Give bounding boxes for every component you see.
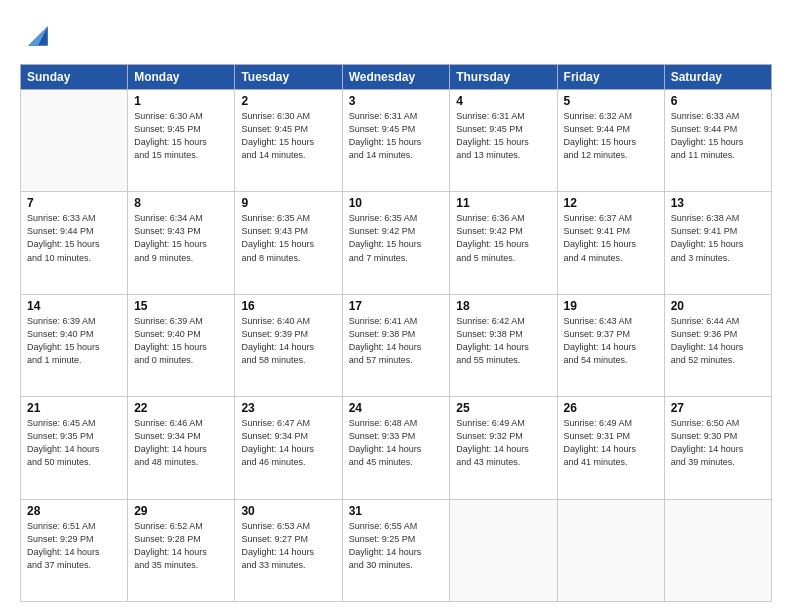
day-cell <box>557 499 664 601</box>
page: SundayMondayTuesdayWednesdayThursdayFrid… <box>0 0 792 612</box>
day-info: Sunrise: 6:48 AM Sunset: 9:33 PM Dayligh… <box>349 417 444 469</box>
day-number: 18 <box>456 299 550 313</box>
day-number: 27 <box>671 401 765 415</box>
day-cell: 15Sunrise: 6:39 AM Sunset: 9:40 PM Dayli… <box>128 294 235 396</box>
day-cell: 2Sunrise: 6:30 AM Sunset: 9:45 PM Daylig… <box>235 90 342 192</box>
day-number: 26 <box>564 401 658 415</box>
day-cell: 19Sunrise: 6:43 AM Sunset: 9:37 PM Dayli… <box>557 294 664 396</box>
day-cell <box>664 499 771 601</box>
day-number: 29 <box>134 504 228 518</box>
day-number: 6 <box>671 94 765 108</box>
day-cell: 3Sunrise: 6:31 AM Sunset: 9:45 PM Daylig… <box>342 90 450 192</box>
day-cell: 31Sunrise: 6:55 AM Sunset: 9:25 PM Dayli… <box>342 499 450 601</box>
week-row-2: 14Sunrise: 6:39 AM Sunset: 9:40 PM Dayli… <box>21 294 772 396</box>
day-number: 23 <box>241 401 335 415</box>
day-info: Sunrise: 6:39 AM Sunset: 9:40 PM Dayligh… <box>27 315 121 367</box>
day-header-sunday: Sunday <box>21 65 128 90</box>
day-info: Sunrise: 6:47 AM Sunset: 9:34 PM Dayligh… <box>241 417 335 469</box>
day-info: Sunrise: 6:46 AM Sunset: 9:34 PM Dayligh… <box>134 417 228 469</box>
calendar-body: 1Sunrise: 6:30 AM Sunset: 9:45 PM Daylig… <box>21 90 772 602</box>
day-cell: 23Sunrise: 6:47 AM Sunset: 9:34 PM Dayli… <box>235 397 342 499</box>
day-cell: 13Sunrise: 6:38 AM Sunset: 9:41 PM Dayli… <box>664 192 771 294</box>
day-cell: 27Sunrise: 6:50 AM Sunset: 9:30 PM Dayli… <box>664 397 771 499</box>
day-number: 14 <box>27 299 121 313</box>
day-header-monday: Monday <box>128 65 235 90</box>
day-number: 13 <box>671 196 765 210</box>
day-number: 21 <box>27 401 121 415</box>
day-info: Sunrise: 6:32 AM Sunset: 9:44 PM Dayligh… <box>564 110 658 162</box>
week-row-3: 21Sunrise: 6:45 AM Sunset: 9:35 PM Dayli… <box>21 397 772 499</box>
day-cell: 7Sunrise: 6:33 AM Sunset: 9:44 PM Daylig… <box>21 192 128 294</box>
logo <box>20 18 62 54</box>
day-number: 9 <box>241 196 335 210</box>
day-cell: 24Sunrise: 6:48 AM Sunset: 9:33 PM Dayli… <box>342 397 450 499</box>
day-number: 20 <box>671 299 765 313</box>
day-info: Sunrise: 6:38 AM Sunset: 9:41 PM Dayligh… <box>671 212 765 264</box>
day-cell: 20Sunrise: 6:44 AM Sunset: 9:36 PM Dayli… <box>664 294 771 396</box>
logo-icon <box>20 18 56 54</box>
day-number: 4 <box>456 94 550 108</box>
day-cell: 22Sunrise: 6:46 AM Sunset: 9:34 PM Dayli… <box>128 397 235 499</box>
day-info: Sunrise: 6:30 AM Sunset: 9:45 PM Dayligh… <box>134 110 228 162</box>
day-number: 28 <box>27 504 121 518</box>
day-cell: 17Sunrise: 6:41 AM Sunset: 9:38 PM Dayli… <box>342 294 450 396</box>
day-info: Sunrise: 6:35 AM Sunset: 9:42 PM Dayligh… <box>349 212 444 264</box>
day-cell <box>21 90 128 192</box>
day-info: Sunrise: 6:33 AM Sunset: 9:44 PM Dayligh… <box>27 212 121 264</box>
calendar-header: SundayMondayTuesdayWednesdayThursdayFrid… <box>21 65 772 90</box>
day-header-friday: Friday <box>557 65 664 90</box>
day-number: 10 <box>349 196 444 210</box>
day-number: 24 <box>349 401 444 415</box>
day-info: Sunrise: 6:53 AM Sunset: 9:27 PM Dayligh… <box>241 520 335 572</box>
day-number: 30 <box>241 504 335 518</box>
day-number: 3 <box>349 94 444 108</box>
day-number: 7 <box>27 196 121 210</box>
day-cell: 10Sunrise: 6:35 AM Sunset: 9:42 PM Dayli… <box>342 192 450 294</box>
week-row-1: 7Sunrise: 6:33 AM Sunset: 9:44 PM Daylig… <box>21 192 772 294</box>
day-info: Sunrise: 6:43 AM Sunset: 9:37 PM Dayligh… <box>564 315 658 367</box>
day-cell <box>450 499 557 601</box>
day-cell: 30Sunrise: 6:53 AM Sunset: 9:27 PM Dayli… <box>235 499 342 601</box>
week-row-4: 28Sunrise: 6:51 AM Sunset: 9:29 PM Dayli… <box>21 499 772 601</box>
week-row-0: 1Sunrise: 6:30 AM Sunset: 9:45 PM Daylig… <box>21 90 772 192</box>
day-header-wednesday: Wednesday <box>342 65 450 90</box>
day-number: 15 <box>134 299 228 313</box>
day-info: Sunrise: 6:52 AM Sunset: 9:28 PM Dayligh… <box>134 520 228 572</box>
day-info: Sunrise: 6:55 AM Sunset: 9:25 PM Dayligh… <box>349 520 444 572</box>
header <box>20 18 772 54</box>
day-info: Sunrise: 6:51 AM Sunset: 9:29 PM Dayligh… <box>27 520 121 572</box>
day-info: Sunrise: 6:31 AM Sunset: 9:45 PM Dayligh… <box>456 110 550 162</box>
day-info: Sunrise: 6:45 AM Sunset: 9:35 PM Dayligh… <box>27 417 121 469</box>
day-cell: 8Sunrise: 6:34 AM Sunset: 9:43 PM Daylig… <box>128 192 235 294</box>
day-cell: 11Sunrise: 6:36 AM Sunset: 9:42 PM Dayli… <box>450 192 557 294</box>
day-cell: 4Sunrise: 6:31 AM Sunset: 9:45 PM Daylig… <box>450 90 557 192</box>
day-info: Sunrise: 6:30 AM Sunset: 9:45 PM Dayligh… <box>241 110 335 162</box>
day-number: 22 <box>134 401 228 415</box>
day-info: Sunrise: 6:44 AM Sunset: 9:36 PM Dayligh… <box>671 315 765 367</box>
day-number: 2 <box>241 94 335 108</box>
day-cell: 29Sunrise: 6:52 AM Sunset: 9:28 PM Dayli… <box>128 499 235 601</box>
day-info: Sunrise: 6:37 AM Sunset: 9:41 PM Dayligh… <box>564 212 658 264</box>
day-number: 25 <box>456 401 550 415</box>
day-cell: 21Sunrise: 6:45 AM Sunset: 9:35 PM Dayli… <box>21 397 128 499</box>
day-number: 11 <box>456 196 550 210</box>
day-header-tuesday: Tuesday <box>235 65 342 90</box>
day-info: Sunrise: 6:36 AM Sunset: 9:42 PM Dayligh… <box>456 212 550 264</box>
day-number: 31 <box>349 504 444 518</box>
day-info: Sunrise: 6:34 AM Sunset: 9:43 PM Dayligh… <box>134 212 228 264</box>
day-number: 19 <box>564 299 658 313</box>
day-info: Sunrise: 6:49 AM Sunset: 9:31 PM Dayligh… <box>564 417 658 469</box>
day-info: Sunrise: 6:35 AM Sunset: 9:43 PM Dayligh… <box>241 212 335 264</box>
day-info: Sunrise: 6:41 AM Sunset: 9:38 PM Dayligh… <box>349 315 444 367</box>
day-cell: 6Sunrise: 6:33 AM Sunset: 9:44 PM Daylig… <box>664 90 771 192</box>
day-header-thursday: Thursday <box>450 65 557 90</box>
day-cell: 16Sunrise: 6:40 AM Sunset: 9:39 PM Dayli… <box>235 294 342 396</box>
day-info: Sunrise: 6:31 AM Sunset: 9:45 PM Dayligh… <box>349 110 444 162</box>
day-number: 16 <box>241 299 335 313</box>
day-cell: 5Sunrise: 6:32 AM Sunset: 9:44 PM Daylig… <box>557 90 664 192</box>
day-cell: 26Sunrise: 6:49 AM Sunset: 9:31 PM Dayli… <box>557 397 664 499</box>
day-cell: 28Sunrise: 6:51 AM Sunset: 9:29 PM Dayli… <box>21 499 128 601</box>
day-cell: 18Sunrise: 6:42 AM Sunset: 9:38 PM Dayli… <box>450 294 557 396</box>
day-number: 17 <box>349 299 444 313</box>
calendar-table: SundayMondayTuesdayWednesdayThursdayFrid… <box>20 64 772 602</box>
